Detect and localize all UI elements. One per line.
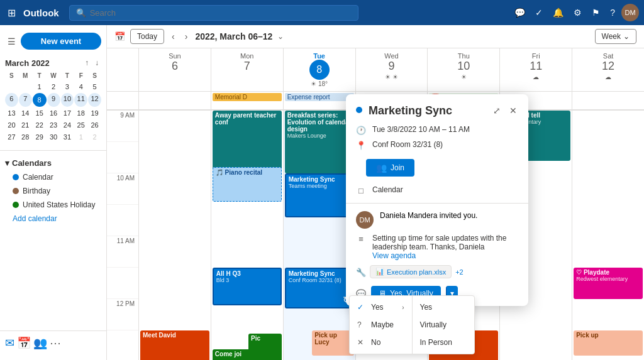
waffle-icon[interactable]: ⊞ [5,4,18,21]
close-popup-button[interactable]: ✕ [508,104,518,117]
mini-cal-day[interactable]: 30 [47,131,60,143]
allday-event-memorial[interactable]: Memorial D [213,93,282,101]
mini-cal-day[interactable]: 9 [47,93,60,107]
mini-cal-day[interactable]: 27 [5,131,18,143]
mini-cal-day[interactable]: 17 [61,107,74,119]
mini-cal-day[interactable]: 2 [88,131,101,143]
mini-cal-day[interactable] [5,81,18,92]
event-eat[interactable]: eat os angeles [429,330,498,360]
weather-icon-fri: ☁ [533,74,539,80]
user-avatar[interactable]: DM [621,4,639,21]
mini-cal-day[interactable]: 5 [88,81,101,92]
prev-week-button[interactable]: ‹ [169,30,177,43]
mini-cal-day[interactable]: 23 [47,119,60,131]
calendar-nav-icon[interactable]: 📅 [17,336,31,350]
settings-icon[interactable]: ⚙ [570,5,586,20]
check-icon[interactable]: ✓ [531,5,547,20]
mini-cal-today[interactable]: 8 [33,93,47,107]
event-marketing-sync-tue[interactable]: Marketing Sync Teams meeting [285,173,354,217]
event-all-h-q3[interactable]: All H Q3 Bld 3 [213,268,282,305]
mini-cal-day[interactable]: 4 [74,81,87,92]
calendar-item-calendar[interactable]: Calendar [5,170,101,184]
event-marketing-sync-1pm[interactable]: Marketing Sync Conf Room 32/31 (8) ↻ [285,268,354,308]
mini-cal-day[interactable]: 2 [47,81,60,92]
mail-icon[interactable]: ✉ [5,336,14,350]
bell-icon[interactable]: 🔔 [549,5,567,20]
event-come-joi[interactable]: Come joi [213,349,282,360]
day-header-m: M [19,71,32,80]
day-col-tue[interactable]: Breakfast series: Evolution of calendar … [283,111,355,360]
rsvp-yes-virtually-button[interactable]: 🖥 Yes, Virtually [371,286,441,301]
more-attachments-button[interactable]: +2 [455,268,464,276]
event-pick-up-lucy[interactable]: Pick up Lucy [312,330,353,356]
event-meet-david[interactable]: Meet David [140,330,209,360]
search-input[interactable] [90,8,352,18]
date-range-dropdown-icon[interactable]: ⌄ [277,32,284,41]
mini-cal-day[interactable]: 16 [47,107,60,119]
mini-cal-day[interactable]: 10 [61,93,74,107]
event-playdate[interactable]: ♡ Playdate Redwest elementary [574,268,643,299]
mini-cal-day[interactable] [19,81,32,92]
mini-cal-day[interactable]: 24 [61,119,74,131]
allday-event-expense[interactable]: Expense report [285,93,354,101]
today-button[interactable]: Today [130,29,164,44]
mini-cal-day[interactable]: 11 [74,93,87,107]
calendars-header[interactable]: ▾ Calendars [5,156,101,170]
feedback-icon[interactable]: 💬 [511,5,529,20]
event-breakfast-series[interactable]: Breakfast series: Evolution of calendar … [285,111,354,173]
mini-cal-day[interactable]: 22 [33,119,47,131]
time-9am: 9 AM [107,111,138,142]
mini-cal-day[interactable]: 26 [88,119,101,131]
next-week-button[interactable]: › [182,30,191,43]
popup-description-row: ≡ Setting up time for sale updates with … [346,231,528,263]
mini-cal-day[interactable]: 20 [5,119,18,131]
event-pickup-sat[interactable]: Pick up [574,330,643,356]
day-col-mon[interactable]: Away parent teacher conf 🎵 Piano recital… [211,111,283,360]
calendar-item-holiday[interactable]: United States Holiday [5,198,101,212]
help-icon[interactable]: ? [606,5,619,20]
attachment-chip[interactable]: 📊 Execution plan.xlsx [370,265,452,278]
search-box[interactable]: 🔍 [69,5,358,21]
new-event-button[interactable]: New event [21,33,101,50]
mini-cal-day[interactable]: 28 [19,131,32,143]
mini-cal-day[interactable]: 1 [74,131,87,143]
more-icon[interactable]: ⋯ [50,336,61,350]
day-col-sat[interactable]: ♡ Playdate Redwest elementary Pick up [572,111,644,360]
event-piano-recital[interactable]: 🎵 Piano recital [213,167,282,202]
flag-icon[interactable]: ⚑ [588,5,604,20]
mini-cal-day[interactable]: 13 [5,107,18,119]
mini-cal-day[interactable]: 19 [88,107,101,119]
mini-cal-day[interactable]: 6 [5,93,18,107]
mini-cal-day[interactable]: 29 [33,131,47,143]
mini-cal-day[interactable]: 3 [61,81,74,92]
mini-cal-day[interactable]: 12 [88,93,101,107]
mini-cal-day[interactable]: 25 [74,119,87,131]
allday-cell-tue: Expense report [283,92,355,109]
day-header-s2: S [88,71,101,80]
day-number: 6 [142,60,208,73]
hamburger-button[interactable]: ☰ [5,34,18,49]
clock-icon: 🕐 [356,126,366,135]
add-calendar-button[interactable]: Add calendar [5,212,101,226]
mini-cal-day[interactable]: 21 [19,119,32,131]
calendar-color-dot [13,188,19,194]
date-range-label[interactable]: 2022, March 06–12 [195,31,272,41]
mini-cal-day[interactable]: 15 [33,107,47,119]
rsvp-dropdown-button[interactable]: ▾ [446,286,458,301]
expand-popup-button[interactable]: ⤢ [492,104,502,117]
rsvp-row: 💬 🖥 Yes, Virtually ▾ [346,281,528,306]
week-view-button[interactable]: Week ⌄ [595,29,636,44]
mini-cal-next[interactable]: ↓ [92,57,101,68]
view-agenda-link[interactable]: View agenda [372,251,416,260]
mini-cal-day[interactable]: 7 [19,93,32,107]
mini-cal-day[interactable]: 1 [33,81,47,92]
day-col-sun[interactable]: Meet David [138,111,211,360]
calendar-item-birthday[interactable]: Birthday [5,184,101,198]
mini-cal-prev[interactable]: ↑ [82,57,91,68]
people-icon[interactable]: 👥 [33,336,47,350]
mini-cal-day[interactable]: 31 [61,131,74,143]
allday-cell-sat [572,92,644,109]
join-button[interactable]: 👥 Join [366,159,414,177]
mini-cal-day[interactable]: 14 [19,107,32,119]
mini-cal-day[interactable]: 18 [74,107,87,119]
